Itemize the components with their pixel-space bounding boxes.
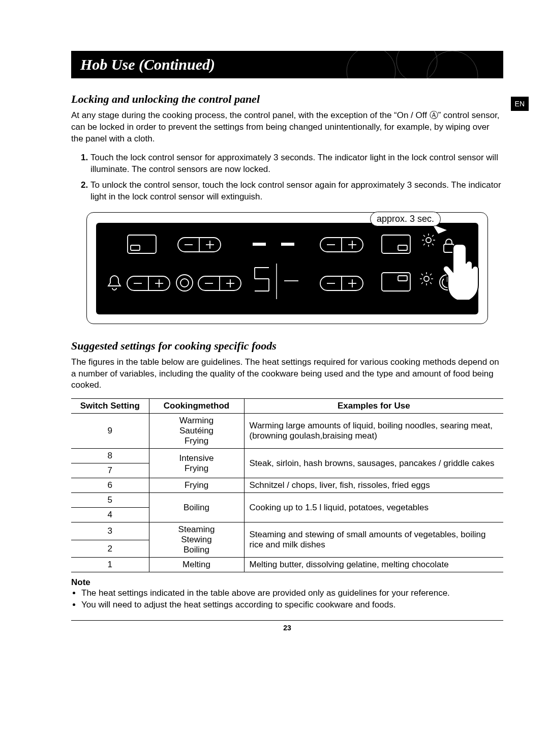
svg-line-55 xyxy=(421,274,423,275)
minus-plus-control-icon xyxy=(198,276,241,291)
svg-line-56 xyxy=(430,282,432,284)
minus-plus-control-icon xyxy=(320,276,363,291)
svg-rect-49 xyxy=(398,276,407,281)
cell-method: Frying xyxy=(149,478,244,493)
cell-method: Melting xyxy=(149,558,244,572)
sun-icon xyxy=(419,272,434,286)
svg-line-24 xyxy=(423,235,425,237)
table-row: 3 Steaming Stewing Boiling Steaming and … xyxy=(71,522,503,540)
cell-setting: 2 xyxy=(71,540,149,558)
note-heading: Note xyxy=(71,577,503,588)
svg-line-25 xyxy=(432,244,434,245)
section1-intro: At any stage during the cooking process,… xyxy=(71,110,503,145)
table-row: 1 Melting Melting butter, dissolving gel… xyxy=(71,558,503,572)
table-header: Cookingmethod xyxy=(149,399,244,414)
page-title-bar: Hob Use (Continued) xyxy=(71,51,503,78)
language-tab: EN xyxy=(511,97,529,111)
notes-list: The heat settings indicated in the table… xyxy=(71,588,503,611)
locking-steps-list: Touch the lock control sensor for approx… xyxy=(71,152,503,203)
svg-rect-18 xyxy=(398,245,407,250)
page-title: Hob Use (Continued) xyxy=(80,56,215,73)
cell-setting: 7 xyxy=(71,463,149,478)
table-row: 6 Frying Schnitzel / chops, liver, fish,… xyxy=(71,478,503,493)
timer-display-icon xyxy=(243,233,304,255)
cell-method: Warming Sautéing Frying xyxy=(149,414,244,449)
svg-point-19 xyxy=(426,238,431,243)
cell-setting: 5 xyxy=(71,493,149,508)
svg-rect-4 xyxy=(131,245,140,250)
section-heading-settings: Suggested settings for cooking specific … xyxy=(71,339,503,353)
zone-indicator-icon xyxy=(127,234,157,254)
control-panel-figure: approx. 3 sec. xyxy=(86,212,488,324)
sun-icon xyxy=(421,233,436,247)
minus-plus-control-icon xyxy=(177,237,221,252)
svg-point-0 xyxy=(347,51,395,78)
cell-method: Intensive Frying xyxy=(149,449,244,478)
cell-setting: 3 xyxy=(71,522,149,540)
control-panel-graphic xyxy=(96,223,478,314)
cell-setting: 6 xyxy=(71,478,149,493)
list-item: Touch the lock control sensor for approx… xyxy=(90,152,503,176)
cell-setting: 4 xyxy=(71,508,149,522)
title-ornament-icon xyxy=(330,51,483,78)
cell-method: Steaming Stewing Boiling xyxy=(149,522,244,558)
cell-example: Warming large amounts of liquid, boiling… xyxy=(244,414,503,449)
cell-setting: 9 xyxy=(71,414,149,449)
callout-text: approx. 3 sec. xyxy=(377,214,434,224)
minus-plus-control-icon xyxy=(127,276,170,291)
svg-point-34 xyxy=(176,275,193,291)
svg-point-1 xyxy=(396,51,437,78)
bell-icon xyxy=(106,274,123,292)
callout-bubble: approx. 3 sec. xyxy=(370,212,441,226)
table-header: Switch Setting xyxy=(71,399,149,414)
table-row: 5 Boiling Cooking up to 1.5 l liquid, po… xyxy=(71,493,503,508)
list-item: The heat settings indicated in the table… xyxy=(81,588,503,599)
minus-plus-control-icon xyxy=(320,237,363,252)
zone-indicator-icon xyxy=(381,272,411,292)
svg-line-27 xyxy=(432,235,434,237)
cell-example: Schnitzel / chops, liver, fish, rissoles… xyxy=(244,478,503,493)
cell-method: Boiling xyxy=(149,493,244,522)
zone-indicator-icon xyxy=(381,234,411,254)
cell-example: Steak, sirloin, hash browns, sausages, p… xyxy=(244,449,503,478)
svg-line-58 xyxy=(430,274,432,275)
list-item: To unlock the control sensor, touch the … xyxy=(90,180,503,203)
svg-point-50 xyxy=(424,276,429,281)
svg-point-35 xyxy=(180,279,189,287)
table-row: 8 Intensive Frying Steak, sirloin, hash … xyxy=(71,449,503,463)
cell-setting: 8 xyxy=(71,449,149,463)
table-header: Examples for Use xyxy=(244,399,503,414)
cell-setting: 1 xyxy=(71,558,149,572)
page-number: 23 xyxy=(71,624,503,632)
svg-point-2 xyxy=(427,51,478,78)
cell-example: Steaming and stewing of small amounts of… xyxy=(244,522,503,558)
language-tab-label: EN xyxy=(515,100,525,108)
list-item: You will need to adjust the heat setting… xyxy=(81,599,503,611)
table-row: 9 Warming Sautéing Frying Warming large … xyxy=(71,414,503,449)
dual-ring-icon xyxy=(175,274,194,292)
svg-line-26 xyxy=(423,244,425,245)
section2-intro: The figures in the table below are guide… xyxy=(71,357,503,392)
section-heading-locking: Locking and unlocking the control panel xyxy=(71,93,503,106)
footer-rule xyxy=(71,620,503,621)
settings-table: Switch Setting Cookingmethod Examples fo… xyxy=(71,398,503,572)
segment-display-icon xyxy=(249,264,304,299)
cell-example: Melting butter, dissolving gelatine, mel… xyxy=(244,558,503,572)
cell-example: Cooking up to 1.5 l liquid, potatoes, ve… xyxy=(244,493,503,522)
finger-press-icon xyxy=(442,243,482,304)
svg-line-57 xyxy=(421,282,423,284)
